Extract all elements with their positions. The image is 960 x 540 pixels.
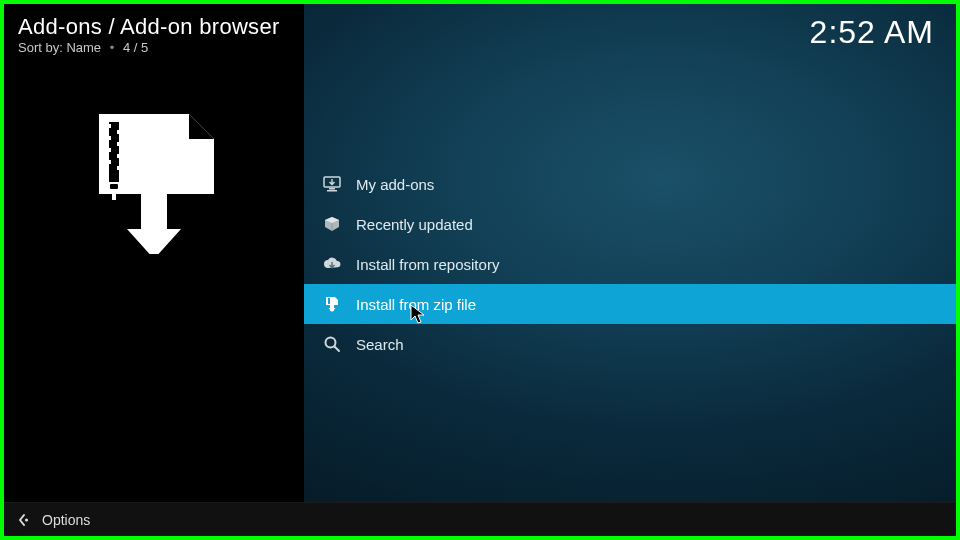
svg-rect-3: [105, 136, 111, 140]
svg-rect-15: [328, 298, 330, 304]
svg-rect-2: [117, 130, 123, 134]
menu-item-label: Recently updated: [356, 216, 473, 233]
cloud-icon: [318, 256, 346, 272]
app-window: Add-ons / Add-on browser Sort by: Name •…: [0, 0, 960, 540]
svg-rect-1: [105, 124, 111, 128]
options-label[interactable]: Options: [42, 512, 90, 528]
monitor-icon: [318, 176, 346, 192]
svg-rect-11: [112, 192, 116, 200]
clock: 2:52 AM: [810, 14, 934, 51]
svg-rect-4: [117, 142, 123, 146]
menu-list: My add-ons Recently updated Install from…: [304, 164, 956, 364]
box-icon: [318, 215, 346, 233]
svg-rect-14: [327, 190, 337, 192]
zip-icon: [318, 295, 346, 313]
sort-label: Sort by:: [18, 40, 63, 55]
sort-value: Name: [66, 40, 101, 55]
menu-item-recently-updated[interactable]: Recently updated: [304, 204, 956, 244]
menu-item-label: My add-ons: [356, 176, 434, 193]
menu-item-label: Install from repository: [356, 256, 499, 273]
svg-rect-8: [117, 166, 123, 170]
svg-rect-13: [329, 188, 335, 190]
sidebar: [4, 4, 304, 502]
svg-rect-10: [110, 184, 118, 189]
svg-rect-7: [105, 160, 111, 164]
footer-bar: Options: [4, 502, 956, 536]
menu-item-search[interactable]: Search: [304, 324, 956, 364]
sort-line[interactable]: Sort by: Name • 4 / 5: [18, 40, 148, 55]
breadcrumb: Add-ons / Add-on browser: [18, 14, 280, 40]
separator-dot: •: [110, 40, 115, 55]
options-icon[interactable]: [14, 512, 30, 528]
svg-line-17: [335, 347, 340, 352]
search-icon: [318, 335, 346, 353]
menu-item-label: Install from zip file: [356, 296, 476, 313]
menu-item-install-from-zip[interactable]: Install from zip file: [304, 284, 956, 324]
list-position: 4 / 5: [123, 40, 148, 55]
svg-rect-5: [105, 148, 111, 152]
install-from-zip-icon: [79, 104, 229, 254]
svg-point-18: [25, 518, 28, 521]
svg-rect-6: [117, 154, 123, 158]
menu-item-label: Search: [356, 336, 404, 353]
menu-item-install-from-repository[interactable]: Install from repository: [304, 244, 956, 284]
menu-item-my-addons[interactable]: My add-ons: [304, 164, 956, 204]
